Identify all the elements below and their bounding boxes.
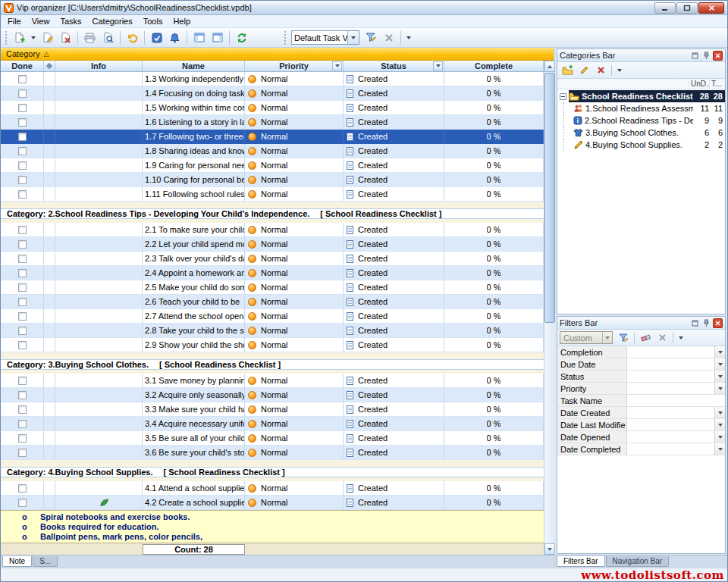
task-row[interactable]: 3.2 Acquire only seasonallyNormalCreated… bbox=[1, 388, 544, 402]
menu-item-tools[interactable]: Tools bbox=[138, 16, 168, 27]
task-row[interactable]: 4.1 Attend a school supplies shopNormalC… bbox=[1, 481, 544, 496]
category-tree-item[interactable]: 1.School Readiness Assessme1111 bbox=[557, 102, 725, 114]
scroll-up-button[interactable] bbox=[544, 61, 555, 72]
tab-filters-bar[interactable]: Filters Bar bbox=[557, 556, 605, 567]
scroll-thumb[interactable] bbox=[544, 73, 555, 323]
vertical-scrollbar[interactable] bbox=[544, 61, 555, 555]
task-done-checkbox[interactable] bbox=[18, 118, 27, 127]
task-done-checkbox[interactable] bbox=[18, 434, 27, 443]
task-done-checkbox[interactable] bbox=[18, 161, 27, 170]
menu-item-view[interactable]: View bbox=[27, 16, 55, 27]
edit-view-filter-button[interactable] bbox=[362, 30, 379, 46]
close-panel-icon[interactable] bbox=[713, 51, 723, 61]
print-button[interactable] bbox=[81, 30, 99, 46]
pin-panel-icon[interactable] bbox=[701, 51, 711, 61]
task-row[interactable]: 2.4 Appoint a homework area inNormalCrea… bbox=[1, 266, 544, 280]
task-row[interactable]: 2.7 Attend the school open dayNormalCrea… bbox=[1, 309, 544, 324]
task-row[interactable]: 3.5 Be sure all of your child's newNorma… bbox=[1, 431, 544, 446]
maximize-button[interactable] bbox=[676, 2, 698, 14]
task-row[interactable]: 3.6 Be sure your child's stock ofNormalC… bbox=[1, 446, 544, 460]
edit-filter-button[interactable] bbox=[616, 331, 631, 345]
filter-value-task-name[interactable] bbox=[627, 395, 725, 406]
clear-view-filter-button[interactable] bbox=[380, 30, 397, 46]
task-row[interactable]: 3.4 Acquire necessary uniforms orNormalC… bbox=[1, 417, 544, 431]
toolbar-grip[interactable] bbox=[5, 31, 8, 45]
task-row[interactable]: 2.9 Show your child the shortestNormalCr… bbox=[1, 338, 544, 352]
category-tree-item[interactable]: 3.Buying School Clothes.66 bbox=[557, 127, 725, 139]
dropdown-button[interactable] bbox=[714, 371, 725, 382]
task-row[interactable]: 2.2 Let your child spend more timeNormal… bbox=[1, 237, 544, 252]
task-row[interactable]: 1.11 Following school rules,NormalCreate… bbox=[1, 187, 544, 202]
task-row[interactable]: 1.3 Working independently andNormalCreat… bbox=[1, 72, 544, 86]
task-done-checkbox[interactable] bbox=[18, 377, 27, 385]
task-done-checkbox[interactable] bbox=[18, 176, 27, 184]
task-done-checkbox[interactable] bbox=[18, 240, 27, 249]
category-tree-item[interactable]: 2.School Readiness Tips - Dev99 bbox=[557, 114, 725, 127]
task-row[interactable]: 1.5 Working within time constraint.Norma… bbox=[1, 101, 544, 115]
toolbar-options-button[interactable] bbox=[404, 30, 413, 46]
filter-value-date-opened[interactable] bbox=[627, 431, 725, 443]
menu-item-tasks[interactable]: Tasks bbox=[55, 16, 86, 27]
task-view-combo[interactable]: Default Task V bbox=[291, 30, 359, 45]
task-row[interactable]: 2.1 To make sure your child isNormalCrea… bbox=[1, 223, 544, 237]
column-header-complete[interactable]: Complete bbox=[444, 61, 544, 71]
dropdown-button[interactable] bbox=[714, 358, 725, 370]
priority-filter-button[interactable] bbox=[332, 61, 342, 70]
collapse-expander-icon[interactable] bbox=[560, 93, 566, 100]
dropdown-button[interactable] bbox=[714, 431, 725, 443]
filter-value-date-created[interactable] bbox=[627, 407, 725, 418]
tab-summary[interactable]: S... bbox=[33, 556, 58, 567]
scroll-down-button[interactable] bbox=[544, 543, 555, 555]
task-row[interactable]: 1.7 Following two- or three-step oralNor… bbox=[1, 130, 544, 144]
column-header-name[interactable]: Name bbox=[143, 61, 245, 71]
new-category-button[interactable] bbox=[560, 64, 575, 77]
filter-value-status[interactable] bbox=[627, 371, 725, 382]
category-separator-row[interactable]: Category: 3.Buying School Clothes.[ Scho… bbox=[1, 359, 544, 370]
task-done-checkbox[interactable] bbox=[18, 255, 27, 263]
delete-filter-button[interactable] bbox=[654, 331, 670, 345]
close-button[interactable] bbox=[698, 2, 724, 14]
reminder-button[interactable] bbox=[166, 30, 184, 46]
task-row[interactable]: 3.3 Make sure your child has theNormalCr… bbox=[1, 402, 544, 417]
task-row[interactable]: 1.9 Caring for personal needs.NormalCrea… bbox=[1, 158, 544, 173]
task-row[interactable]: 2.6 Teach your child to beNormalCreated0… bbox=[1, 295, 544, 309]
column-header-info[interactable]: Info bbox=[55, 61, 143, 71]
task-row[interactable]: 3.1 Save money by planning yourNormalCre… bbox=[1, 374, 544, 388]
task-done-checkbox[interactable] bbox=[18, 133, 27, 141]
new-task-button[interactable] bbox=[11, 30, 28, 46]
filter-value-priority[interactable] bbox=[627, 383, 725, 394]
toggle-notes-panel-button[interactable] bbox=[190, 30, 208, 46]
task-done-checkbox[interactable] bbox=[18, 75, 27, 83]
task-row[interactable]: 1.10 Caring for personal belongings.Norm… bbox=[1, 173, 544, 187]
filter-value-due-date[interactable] bbox=[627, 358, 725, 370]
filter-value-completion[interactable] bbox=[627, 346, 725, 358]
task-row[interactable]: 2.5 Make your child do some tasksNormalC… bbox=[1, 280, 544, 295]
column-header-priority[interactable]: Priority bbox=[245, 61, 344, 71]
task-done-checkbox[interactable] bbox=[18, 391, 27, 399]
task-row[interactable]: 4.2 Create a school supplies list.Normal… bbox=[1, 496, 544, 510]
column-header-undone[interactable]: UnD... bbox=[689, 80, 709, 88]
new-task-dropdown-button[interactable] bbox=[29, 30, 38, 46]
task-row[interactable]: 2.8 Take your child to the schoolNormalC… bbox=[1, 324, 544, 338]
column-header-flag[interactable] bbox=[44, 61, 55, 71]
task-row[interactable]: 2.3 Talk over your child's day. ByNormal… bbox=[1, 252, 544, 266]
dropdown-button[interactable] bbox=[714, 443, 725, 455]
task-row[interactable]: 1.6 Listening to a story in large andNor… bbox=[1, 115, 544, 130]
minimize-button[interactable] bbox=[654, 2, 676, 14]
task-done-checkbox[interactable] bbox=[18, 499, 27, 507]
task-done-checkbox[interactable] bbox=[18, 89, 27, 98]
filter-value-date-completed[interactable] bbox=[627, 443, 725, 455]
sync-button[interactable] bbox=[233, 30, 250, 46]
edit-task-button[interactable] bbox=[39, 30, 56, 46]
column-header-done[interactable]: Done bbox=[1, 61, 44, 71]
dropdown-button[interactable] bbox=[714, 383, 725, 394]
delete-task-button[interactable] bbox=[57, 30, 74, 46]
menu-item-help[interactable]: Help bbox=[168, 16, 196, 27]
task-done-checkbox[interactable] bbox=[18, 449, 27, 457]
task-done-checkbox[interactable] bbox=[18, 190, 27, 199]
pin-panel-icon[interactable] bbox=[701, 318, 711, 328]
group-by-band[interactable]: Category △ bbox=[1, 48, 554, 61]
menu-item-file[interactable]: File bbox=[2, 16, 27, 27]
category-separator-row[interactable]: Category: 2.School Readiness Tips - Deve… bbox=[1, 208, 544, 219]
status-filter-button[interactable] bbox=[433, 61, 443, 70]
